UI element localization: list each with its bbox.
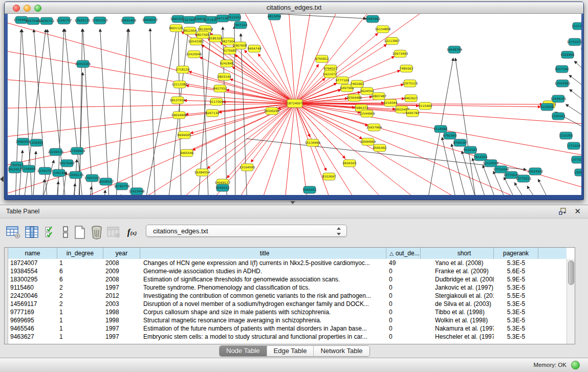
delete-column-disabled-icon[interactable]: [105, 224, 122, 241]
network-node[interactable]: 16648784: [447, 46, 463, 53]
table-row[interactable]: 969969511998Structural magnetic resonanc…: [8, 316, 567, 324]
table-row[interactable]: 1938455462009Genome-wide association stu…: [8, 267, 567, 275]
network-node[interactable]: 12213382: [172, 81, 188, 88]
network-node[interactable]: 8799197: [453, 139, 467, 146]
table-row[interactable]: 977716911998Corpus callosum shape and si…: [8, 308, 567, 316]
network-node[interactable]: 16782759: [114, 183, 130, 190]
network-node[interactable]: 18300295: [264, 107, 280, 115]
network-node[interactable]: 1359581: [574, 169, 581, 176]
collapse-left-panel-icon[interactable]: [0, 176, 4, 182]
tab-edge-table[interactable]: Edge Table: [267, 346, 314, 356]
network-canvas[interactable]: 1872400786011288912954182260581654338298…: [8, 14, 581, 195]
network-node[interactable]: 1377022: [571, 156, 581, 163]
network-node[interactable]: 9699695: [178, 132, 191, 139]
network-node[interactable]: 9463627: [404, 95, 418, 102]
close-panel-icon[interactable]: ✕: [574, 207, 581, 216]
network-node[interactable]: 13164595: [239, 164, 255, 171]
network-node[interactable]: 12342757: [56, 17, 72, 24]
network-node[interactable]: 9117004: [210, 98, 224, 105]
network-node[interactable]: 15134495: [305, 139, 321, 146]
network-node[interactable]: 8595492: [373, 144, 387, 151]
network-node[interactable]: 7615552: [228, 14, 242, 21]
network-graph[interactable]: 1872400786011288912954182260581654338298…: [8, 14, 581, 195]
network-node[interactable]: 19384554: [194, 169, 210, 176]
network-node[interactable]: 8103697: [322, 173, 336, 180]
network-node[interactable]: 14055712: [39, 17, 55, 25]
network-node[interactable]: 9132543: [464, 146, 477, 154]
network-node[interactable]: 1156869: [22, 165, 36, 172]
network-node[interactable]: 12213967: [384, 37, 400, 45]
column-header-pagerank[interactable]: pagerank: [494, 248, 538, 259]
network-node[interactable]: 9245012: [216, 184, 230, 191]
network-node[interactable]: 2803144: [217, 73, 231, 80]
network-node[interactable]: 12093582: [555, 80, 571, 87]
network-node[interactable]: 1621072: [323, 71, 337, 78]
network-node[interactable]: 9755812: [315, 55, 329, 62]
table-row[interactable]: 911546021997Tourette syndrome. Phenomeno…: [8, 283, 567, 292]
network-node[interactable]: 8601128: [169, 25, 183, 32]
network-node[interactable]: 1121344: [572, 23, 581, 30]
network-node[interactable]: 13770221: [516, 175, 532, 182]
column-header-short[interactable]: short: [421, 248, 494, 259]
network-node[interactable]: 16154808: [375, 26, 391, 33]
network-node[interactable]: 7957224: [234, 21, 248, 29]
network-node[interactable]: 17957253: [92, 17, 108, 24]
table-settings-icon[interactable]: [5, 224, 21, 241]
network-node[interactable]: 9827509: [196, 31, 210, 38]
network-node[interactable]: 20587682: [365, 15, 381, 23]
network-node[interactable]: 6791943: [443, 132, 457, 139]
network-node[interactable]: 8267130: [206, 110, 220, 117]
network-node-hub[interactable]: 18724007: [287, 99, 303, 107]
network-node[interactable]: 20053346: [75, 60, 91, 68]
table-row[interactable]: 946554611997Estimation of the future num…: [8, 324, 567, 333]
delete-table-icon[interactable]: [89, 224, 105, 241]
network-node[interactable]: 20364486: [346, 94, 362, 101]
network-node[interactable]: 13505135: [68, 171, 84, 179]
network-node[interactable]: 19654908: [171, 112, 187, 119]
network-node[interactable]: 2718129: [176, 66, 190, 73]
column-header-in_degree[interactable]: in_degree: [57, 248, 103, 259]
network-window-titlebar[interactable]: citations_edges.txt: [5, 2, 583, 14]
network-node[interactable]: 10994964: [360, 138, 376, 145]
network-node[interactable]: 8186328: [209, 35, 223, 42]
network-node[interactable]: 9465546: [180, 149, 194, 157]
network-node[interactable]: 9115938: [540, 103, 554, 111]
network-node[interactable]: 20924502: [528, 168, 543, 175]
show-columns-icon[interactable]: [24, 224, 40, 241]
network-node[interactable]: 12975125: [402, 80, 418, 87]
table-row[interactable]: 2242004622012Investigating the contribut…: [8, 292, 567, 300]
splitter-handle-icon[interactable]: [290, 201, 295, 204]
network-node[interactable]: 15957964: [366, 124, 382, 131]
function-builder-icon[interactable]: f(x): [124, 224, 140, 241]
network-node[interactable]: 9495784: [406, 110, 420, 117]
network-node[interactable]: 12342757: [37, 167, 53, 174]
network-node[interactable]: 7914324: [474, 154, 488, 161]
network-node[interactable]: 9227342: [555, 65, 569, 73]
network-node[interactable]: 7485063: [400, 65, 413, 72]
column-header-name[interactable]: name: [8, 248, 57, 259]
float-panel-icon[interactable]: [559, 208, 567, 215]
network-node[interactable]: 3915913: [8, 166, 22, 173]
tab-node-table[interactable]: Node Table: [220, 346, 267, 356]
network-node[interactable]: 11544969: [359, 110, 375, 117]
network-node[interactable]: 22420046: [186, 51, 202, 58]
table-selector-dropdown[interactable]: citations_edges.txt: [146, 225, 347, 237]
network-node[interactable]: 9242848: [220, 60, 234, 67]
network-node[interactable]: 1145194: [52, 169, 66, 177]
create-table-icon[interactable]: [72, 224, 88, 241]
network-node[interactable]: 10807487: [371, 93, 387, 100]
select-columns-icon[interactable]: [42, 224, 58, 241]
column-header-title[interactable]: title: [140, 248, 386, 259]
table-row[interactable]: 1830029562008Estimation of significance …: [8, 275, 567, 283]
network-node[interactable]: 13505135: [75, 17, 91, 24]
network-node[interactable]: 1105543: [552, 113, 565, 120]
network-node[interactable]: 6216044: [384, 99, 398, 106]
network-node[interactable]: 3175685: [223, 47, 237, 54]
network-node[interactable]: 9934505: [343, 160, 357, 167]
network-node[interactable]: 20206536: [48, 148, 64, 156]
network-node[interactable]: 8454749: [248, 45, 262, 52]
table-row[interactable]: 1872400712008Changes of HCN gene express…: [8, 259, 567, 267]
network-node[interactable]: 16958107: [142, 16, 158, 24]
network-node[interactable]: 9329966: [561, 51, 575, 58]
network-node[interactable]: 12923448: [129, 188, 145, 195]
